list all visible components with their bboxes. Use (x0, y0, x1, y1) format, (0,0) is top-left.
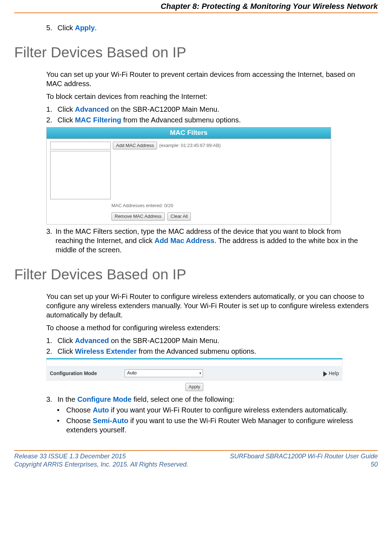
mac-address-listbox[interactable] (50, 151, 111, 199)
footer-page-number: 50 (230, 460, 378, 469)
step-2: 2. Click Wireless Extender from the Adva… (46, 347, 370, 356)
body-text: You can set up your Wi-Fi Router to prev… (46, 70, 370, 88)
list-number: 3. (46, 227, 56, 254)
remove-mac-address-button[interactable]: Remove MAC Address (111, 212, 165, 221)
footer-copyright: Copyright ARRIS Enterprises, Inc. 2015. … (14, 460, 188, 469)
list-number: 1. (46, 105, 56, 114)
apply-link[interactable]: Apply (75, 24, 95, 32)
step-text: Click (58, 116, 75, 124)
step-text: from the Advanced submenu options. (137, 347, 256, 355)
header-divider (14, 12, 378, 13)
wireless-extender-link[interactable]: Wireless Extender (75, 347, 136, 355)
step-text: Click (58, 337, 75, 344)
step-text: field, select one of the following: (131, 395, 234, 403)
bullet-icon: • (57, 405, 66, 415)
step-text: on the SBR-AC1200P Main Menu. (109, 337, 219, 344)
list-number: 5. (46, 23, 56, 32)
section-heading-filter-ip-1: Filter Devices Based on IP (14, 43, 378, 62)
step-5: 5. Click Apply. (46, 23, 370, 32)
clear-all-button[interactable]: Clear All (167, 212, 191, 221)
body-text: To block certain devices from reaching t… (46, 92, 370, 101)
bullet-text: Choose (66, 406, 93, 414)
advanced-link[interactable]: Advanced (75, 337, 109, 344)
step-3: 3. In the MAC Filters section, type the … (46, 227, 370, 254)
configure-mode-link[interactable]: Configure Mode (77, 395, 131, 403)
step-1: 1. Click Advanced on the SBR-AC1200P Mai… (46, 336, 370, 345)
bullet-item-auto: • Choose Auto if you want your Wi-Fi Rou… (57, 405, 370, 415)
mac-count-label: MAC Addresses entered: 0/20 (111, 203, 327, 209)
step-text: Click (58, 24, 75, 32)
add-mac-address-link[interactable]: Add Mac Address (155, 237, 214, 244)
advanced-link[interactable]: Advanced (75, 105, 109, 113)
configuration-mode-label: Configuration Mode (50, 370, 125, 377)
add-mac-address-button[interactable]: Add MAC Address (113, 142, 157, 150)
help-label: Help (329, 370, 339, 376)
section-heading-filter-ip-2: Filter Devices Based on IP (14, 265, 378, 284)
mac-filters-screenshot: MAC Filters Add MAC Address (example: 01… (46, 127, 331, 225)
step-text: from the Advanced submenu options. (121, 116, 241, 124)
body-text: To choose a method for configuring wirel… (46, 323, 370, 332)
bullet-text: if you want your Wi-Fi Router to configu… (109, 406, 348, 414)
triangle-right-icon: ▶ (323, 369, 327, 378)
step-1: 1. Click Advanced on the SBR-AC1200P Mai… (46, 105, 370, 114)
list-number: 2. (46, 115, 56, 125)
footer-guide-title: SURFboard SBR﻿AC1200P Wi-Fi Router User … (230, 452, 378, 460)
step-text: Click (58, 105, 75, 113)
bullet-icon: • (57, 416, 66, 435)
list-number: 3. (46, 395, 56, 404)
step-text: In the (58, 395, 78, 403)
configuration-mode-select[interactable]: Auto ▾ (125, 369, 203, 377)
list-number: 2. (46, 347, 56, 356)
mac-example-text: (example: 01:23:45:67:89:AB) (159, 143, 221, 149)
step-text-suffix: . (95, 24, 97, 32)
bullet-item-semi-auto: • Choose Semi-Auto if you want to use th… (57, 416, 370, 435)
step-3: 3. In the Configure Mode field, select o… (46, 395, 370, 404)
mac-filters-title: MAC Filters (46, 127, 331, 139)
step-text: Click (58, 347, 75, 355)
step-2: 2. Click MAC Filtering from the Advanced… (46, 115, 370, 125)
body-text: You can set up your Wi-Fi Router to conf… (46, 292, 370, 320)
chevron-down-icon: ▾ (199, 371, 201, 375)
apply-button[interactable]: Apply (185, 383, 204, 391)
mac-filtering-link[interactable]: MAC Filtering (75, 116, 121, 124)
select-value: Auto (127, 370, 137, 376)
wireless-extender-screenshot: Configuration Mode Auto ▾ ▶Help Apply (46, 358, 343, 393)
mac-address-input[interactable] (50, 142, 111, 149)
bullet-text: Choose (66, 417, 93, 425)
auto-link[interactable]: Auto (93, 406, 109, 414)
step-text: on the SBR-AC1200P Main Menu. (109, 105, 219, 113)
footer-release: Release 33 ISSUE 1.3 December 2015 (14, 452, 188, 460)
chapter-title: Chapter 8: Protecting & Monitoring Your … (14, 0, 378, 12)
help-link[interactable]: ▶Help (323, 370, 339, 377)
semi-auto-link[interactable]: Semi-Auto (93, 417, 129, 425)
list-number: 1. (46, 336, 56, 345)
page-footer: Release 33 ISSUE 1.3 December 2015 Copyr… (14, 451, 378, 469)
